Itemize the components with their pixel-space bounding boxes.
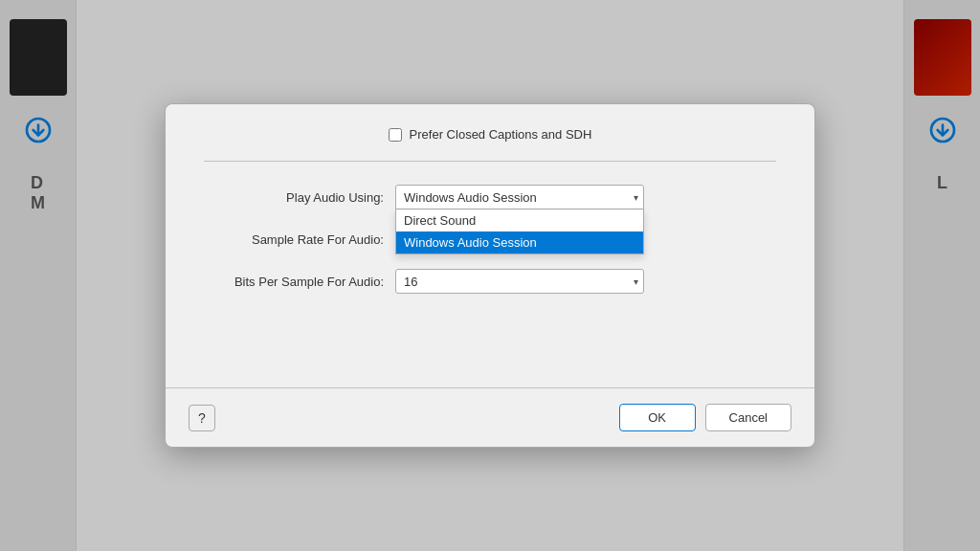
closed-captions-checkbox[interactable] <box>389 128 402 142</box>
dialog-footer: ? OK Cancel <box>166 387 814 447</box>
play-audio-label: Play Audio Using: <box>204 190 395 205</box>
footer-action-buttons: OK Cancel <box>619 404 791 431</box>
cancel-button[interactable]: Cancel <box>705 404 791 431</box>
audio-settings-dialog: Prefer Closed Captions and SDH Play Audi… <box>165 103 815 448</box>
option-windows-audio-session[interactable]: Windows Audio Session <box>396 231 643 253</box>
option-direct-sound[interactable]: Direct Sound <box>396 209 643 231</box>
play-audio-dropdown-container: Windows Audio Session ▾ Direct Sound Win… <box>395 185 644 209</box>
bits-per-sample-dropdown-container: 16 ▾ <box>395 269 644 294</box>
play-audio-dropdown[interactable]: Windows Audio Session <box>395 185 644 209</box>
bits-per-sample-label: Bits Per Sample For Audio: <box>204 275 395 289</box>
bits-per-sample-row: Bits Per Sample For Audio: 16 ▾ <box>204 269 776 294</box>
bits-per-sample-dropdown[interactable]: 16 <box>395 269 644 294</box>
captions-section: Prefer Closed Captions and SDH <box>204 127 776 162</box>
help-button[interactable]: ? <box>189 405 215 431</box>
play-audio-row: Play Audio Using: Windows Audio Session … <box>204 185 776 209</box>
closed-captions-label: Prefer Closed Captions and SDH <box>410 127 592 142</box>
dialog-overlay: Prefer Closed Captions and SDH Play Audi… <box>0 0 980 551</box>
ok-button[interactable]: OK <box>619 404 696 431</box>
audio-form: Play Audio Using: Windows Audio Session … <box>204 162 776 294</box>
dialog-content: Prefer Closed Captions and SDH Play Audi… <box>166 104 814 364</box>
play-audio-dropdown-list: Direct Sound Windows Audio Session <box>395 209 644 254</box>
bits-per-sample-value: 16 <box>404 275 417 289</box>
sample-rate-label: Sample Rate For Audio: <box>204 232 395 247</box>
play-audio-value: Windows Audio Session <box>404 190 537 205</box>
